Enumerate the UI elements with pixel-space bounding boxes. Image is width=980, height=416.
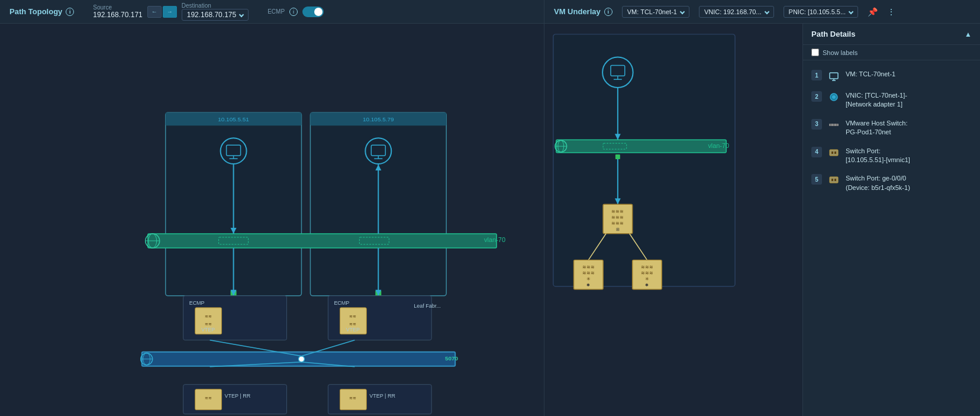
path-details-title: Path Details [811,30,855,38]
svg-rect-28 [831,151,833,154]
path-topology-title: Path Topology i [9,7,74,16]
path-text-1: VM: TCL-70net-1 [846,70,895,79]
underlay-svg: vlan-70 ≋≋≋ ≋≋≋ ≋≋≋ ⊞ ≋≋≋ ≋≋≋ ✳ ✱ [544,24,802,416]
ecmp-label-2: ECMP [334,300,349,306]
path-details-sidebar: Path Details ▲ Show labels 1 VM: TCL-70n… [802,24,980,416]
svg-point-22 [832,95,836,99]
dest-chevron-icon [239,12,244,17]
vnic-dropdown[interactable]: VNIC: 192.168.70... [699,6,774,18]
path-item-3[interactable]: 3 VMware Host Switch:PG-Pod1-70net [803,114,980,142]
underlay-box [553,34,735,286]
svg-rect-32 [834,179,836,181]
leaf-label: Leaf Fabr... [414,303,440,309]
topology-svg: 10.105.5.51 10.105.5.79 vlan-70 [0,24,544,416]
svg-text:≋≋≋: ≋≋≋ [611,221,624,226]
pnic-chevron-icon [849,9,853,14]
path-text-4: Switch Port:[10.105.5.51]-[vmnic1] [846,147,910,165]
source-section: Source 192.168.70.171 ← → Destination 19… [93,2,249,21]
path-item-1[interactable]: 1 VM: TCL-70net-1 [803,65,980,86]
svg-text:≋≋≋: ≋≋≋ [582,270,595,276]
vnic-chevron-icon [764,9,769,14]
ecmp-info-icon[interactable]: i [289,8,298,16]
svg-text:≋≋≋: ≋≋≋ [641,270,653,276]
host-2-label: 10.105.5.79 [363,116,394,122]
svg-text:≋≋≋: ≋≋≋ [611,215,624,220]
dest-field-group: Destination 192.168.70.175 [182,2,249,21]
path-num-2: 2 [811,91,822,102]
arrow-right-btn[interactable]: → [163,6,177,18]
svg-text:✱: ✱ [645,283,649,287]
show-labels-text: Show labels [823,49,858,56]
svg-text:≋≋: ≋≋ [205,322,212,326]
path-details-header: Path Details ▲ [803,24,980,45]
svg-text:✳: ✳ [645,276,649,282]
port-icon-path-4 [828,147,840,159]
vlan-label: vlan-70 [484,236,505,243]
path-num-3: 3 [811,119,822,130]
underlay-vlan-bar [556,140,726,153]
vm-chevron-icon [680,9,685,14]
direction-arrows: ← → [147,6,177,18]
path-text-2: VNIC: [TCL-70net-1]-[Network adapter 1] [846,91,907,109]
dest-dropdown-field[interactable]: 192.168.70.175 [182,9,249,21]
ecmp-label-1: ECMP [189,300,205,306]
path-item-5[interactable]: 5 Switch Port: ge-0/0/0(Device: b5r1-qfx… [803,169,980,197]
underlay-canvas: vlan-70 ≋≋≋ ≋≋≋ ≋≋≋ ⊞ ≋≋≋ ≋≋≋ ✳ ✱ [544,24,802,416]
path-num-1: 1 [811,70,822,80]
svg-text:≋≋: ≋≋ [205,314,212,318]
svg-text:≋≋: ≋≋ [205,396,212,400]
vm-label: VM: TCL-70net-1 [627,8,677,15]
svg-text:≋≋≋: ≋≋≋ [582,265,595,270]
svg-rect-18 [830,73,838,79]
source-label: Source [93,4,142,11]
path-item-2[interactable]: 2 VNIC: [TCL-70net-1]-[Network adapter 1… [803,86,980,114]
svg-rect-30 [830,177,838,183]
rr-label-2: VTEP | RR [369,393,395,399]
dest-label: Destination [182,2,249,9]
show-labels-row: Show labels [803,45,980,60]
path-item-4[interactable]: 4 Switch Port:[10.105.5.51]-[vmnic1] [803,142,980,170]
path-num-4: 4 [811,147,822,157]
svg-text:≋≋: ≋≋ [349,396,356,400]
dest-value: 192.168.70.175 [187,11,236,19]
menu-icon[interactable]: ⋮ [887,7,895,17]
vtep-text-1: VTEP [201,327,215,333]
vm-underlay-info-icon[interactable]: i [604,8,612,16]
path-details-collapse-icon[interactable]: ▲ [965,30,972,38]
ecmp-section: ECMP i [267,7,324,17]
source-field-group: Source 192.168.70.171 [93,4,142,19]
path-topology-info-icon[interactable]: i [66,8,74,16]
host-1-label: 10.105.5.51 [218,116,249,122]
svg-text:✱: ✱ [586,283,590,287]
vm-icon-path-1 [828,70,840,82]
vlan-bar [148,234,497,248]
tunnel-cross-point [298,356,304,362]
pnic-dropdown[interactable]: PNIC: [10.105.5.5... [784,6,859,18]
path-topology-label: Path Topology [9,7,62,16]
svg-text:⊞: ⊞ [616,227,620,231]
right-panel-header: VM Underlay i VM: TCL-70net-1 VNIC: 192.… [544,0,980,23]
svg-text:≋≋: ≋≋ [349,314,356,318]
topology-canvas: 10.105.5.51 10.105.5.79 vlan-70 [0,24,544,416]
port-icon-path-5 [828,174,840,186]
svg-rect-27 [830,150,838,156]
show-labels-checkbox[interactable] [811,49,819,56]
pin-icon[interactable]: 📌 [868,7,878,17]
vm-underlay-title: VM Underlay i [554,7,612,16]
path-text-5: Switch Port: ge-0/0/0(Device: b5r1-qfx5k… [846,174,910,192]
ecmp-label: ECMP [267,8,285,15]
vnic-label: VNIC: 192.168.70... [704,8,762,15]
arrow-left-btn[interactable]: ← [147,6,162,18]
path-items-list: 1 VM: TCL-70net-1 2 [803,60,980,202]
ecmp-toggle[interactable] [302,7,324,17]
svg-text:≋≋: ≋≋ [349,322,356,326]
underlay-port-green [615,154,620,159]
switch-icon-path-3 [828,119,840,131]
left-panel-header: Path Topology i Source 192.168.70.171 ← … [0,0,544,23]
svg-rect-29 [834,151,836,154]
vtep-text-2: VTEP [346,327,360,333]
vm-underlay-label: VM Underlay [554,7,601,16]
vm-dropdown[interactable]: VM: TCL-70net-1 [622,6,689,18]
source-value: 192.168.70.171 [93,11,142,19]
svg-text:✳: ✳ [586,276,591,282]
